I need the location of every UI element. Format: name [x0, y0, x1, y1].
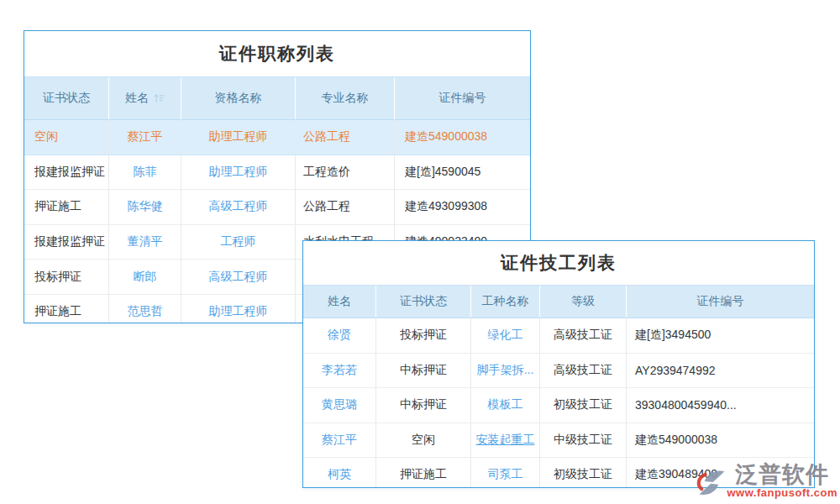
table-row[interactable]: 徐贤投标押证绿化工高级技工证建[造]3494500 — [303, 318, 814, 354]
cell-col-worktype[interactable]: 司泵工 — [471, 458, 540, 489]
cell-col-status: 中标押证 — [376, 353, 471, 388]
column-header-label: 等级 — [571, 294, 595, 307]
watermark-url: www.fanpusoft.com — [727, 487, 837, 499]
cell-col-status: 押证施工 — [24, 190, 109, 225]
cell-col-qualification[interactable]: 助理工程师 — [181, 294, 296, 323]
cell-col-major: 公路工程 — [296, 120, 395, 155]
column-header-label: 证件编号 — [697, 294, 744, 307]
cell-col-status: 报建报监押证 — [24, 224, 109, 260]
cell-col-name[interactable]: 陈菲 — [109, 155, 181, 190]
cell-col-status: 投标押证 — [24, 260, 109, 295]
column-header-col-cert-no[interactable]: 证件编号 — [627, 286, 815, 318]
column-header-col-level[interactable]: 等级 — [540, 286, 627, 318]
column-header-col-qualification[interactable]: 资格名称 — [181, 77, 296, 120]
cell-col-name[interactable]: 徐贤 — [303, 318, 376, 354]
cell-col-worktype[interactable]: 脚手架拆... — [471, 353, 540, 388]
cell-col-level: 高级技工证 — [540, 318, 627, 354]
column-header-col-worktype[interactable]: 工种名称 — [471, 286, 540, 318]
cell-col-name[interactable]: 范思哲 — [109, 294, 181, 323]
cell-col-qualification: 助理工程师 — [181, 120, 296, 155]
table-row[interactable]: 黄思璐中标押证模板工初级技工证39304800459940... — [303, 388, 814, 423]
cell-col-status: 空闲 — [24, 120, 109, 155]
cell-col-cert-no: 建造390489400 — [627, 458, 815, 489]
cell-col-name[interactable]: 黄思璐 — [303, 388, 376, 423]
cell-col-cert-no: 39304800459940... — [627, 388, 815, 423]
column-header-label: 证书状态 — [400, 294, 447, 307]
cell-col-status: 押证施工 — [24, 294, 109, 323]
header-row: 证书状态姓名资格名称专业名称证件编号 — [24, 77, 530, 120]
cell-col-cert-no: 建造549000038 — [627, 423, 815, 458]
table-row[interactable]: 蔡江平空闲安装起重工中级技工证建造549000038 — [303, 423, 814, 458]
tech-list-table: 姓名证书状态工种名称等级证件编号徐贤投标押证绿化工高级技工证建[造]349450… — [303, 285, 814, 488]
cell-col-cert-no: 建[造]3494500 — [627, 318, 815, 354]
cell-col-qualification[interactable]: 助理工程师 — [181, 155, 296, 190]
column-header-label: 资格名称 — [215, 91, 262, 104]
column-header-col-status[interactable]: 证书状态 — [376, 286, 471, 318]
table-row[interactable]: 押证施工陈华健高级工程师公路工程建造493099308 — [24, 190, 530, 225]
cell-col-major: 公路工程 — [296, 190, 395, 225]
cell-col-name[interactable]: 陈华健 — [109, 190, 181, 225]
cell-col-level: 初级技工证 — [540, 388, 627, 423]
cell-col-worktype[interactable]: 绿化工 — [471, 318, 540, 354]
column-header-label: 姓名 — [328, 294, 351, 307]
cell-col-level: 初级技工证 — [540, 458, 627, 489]
cell-col-level: 中级技工证 — [540, 423, 627, 458]
cell-col-qualification[interactable]: 高级工程师 — [181, 190, 296, 225]
tech-list-heading: 证件技工列表 — [303, 241, 814, 285]
cell-col-cert-no: 建[造]4590045 — [395, 155, 531, 190]
column-header-col-name[interactable]: 姓名 — [303, 286, 376, 318]
column-header-label: 姓名 — [125, 91, 149, 104]
cell-col-major: 工程造价 — [296, 155, 395, 190]
header-row: 姓名证书状态工种名称等级证件编号 — [303, 286, 814, 318]
cell-col-worktype[interactable]: 安装起重工 — [471, 423, 540, 458]
cell-col-qualification[interactable]: 高级工程师 — [181, 260, 296, 295]
cell-col-status: 空闲 — [376, 423, 471, 458]
table-row[interactable]: 空闲蔡江平助理工程师公路工程建造549000038 — [24, 120, 530, 155]
sort-icon[interactable] — [154, 92, 165, 103]
cell-col-worktype[interactable]: 模板工 — [471, 388, 540, 423]
cell-col-cert-no: 建造549000038 — [395, 120, 531, 155]
cell-col-level: 高级技工证 — [540, 353, 627, 388]
cell-col-name[interactable]: 李若若 — [303, 353, 376, 388]
table-row[interactable]: 报建报监押证陈菲助理工程师工程造价建[造]4590045 — [24, 155, 530, 190]
column-header-col-major[interactable]: 专业名称 — [296, 77, 395, 120]
cell-col-status: 押证施工 — [376, 458, 471, 489]
column-header-col-status[interactable]: 证书状态 — [24, 77, 109, 120]
page: 证件职称列表 证书状态姓名资格名称专业名称证件编号空闲蔡江平助理工程师公路工程建… — [0, 0, 840, 504]
column-header-label: 证件编号 — [439, 91, 486, 104]
cell-col-name: 蔡江平 — [109, 120, 181, 155]
cell-col-name[interactable]: 董清平 — [109, 224, 181, 260]
cell-col-qualification[interactable]: 工程师 — [181, 224, 296, 260]
column-header-col-cert-no[interactable]: 证件编号 — [395, 77, 531, 120]
column-header-label: 证书状态 — [43, 91, 90, 104]
cell-col-cert-no: 建造493099308 — [395, 190, 531, 225]
cell-col-status: 报建报监押证 — [24, 155, 109, 190]
card-tech-list: 证件技工列表 姓名证书状态工种名称等级证件编号徐贤投标押证绿化工高级技工证建[造… — [302, 240, 815, 488]
column-header-col-name[interactable]: 姓名 — [109, 77, 181, 120]
column-header-label: 专业名称 — [322, 91, 369, 104]
cell-col-cert-no: AY2939474992 — [627, 353, 815, 388]
cell-col-status: 投标押证 — [376, 318, 471, 354]
table-row[interactable]: 李若若中标押证脚手架拆...高级技工证AY2939474992 — [303, 353, 814, 388]
cell-col-name[interactable]: 断郎 — [109, 260, 181, 295]
table-row[interactable]: 柯英押证施工司泵工初级技工证建造390489400 — [303, 458, 814, 489]
cell-col-name[interactable]: 蔡江平 — [303, 423, 376, 458]
cell-col-status: 中标押证 — [376, 388, 471, 423]
title-list-heading: 证件职称列表 — [24, 31, 530, 76]
cell-col-name[interactable]: 柯英 — [303, 458, 376, 489]
column-header-label: 工种名称 — [482, 294, 529, 307]
